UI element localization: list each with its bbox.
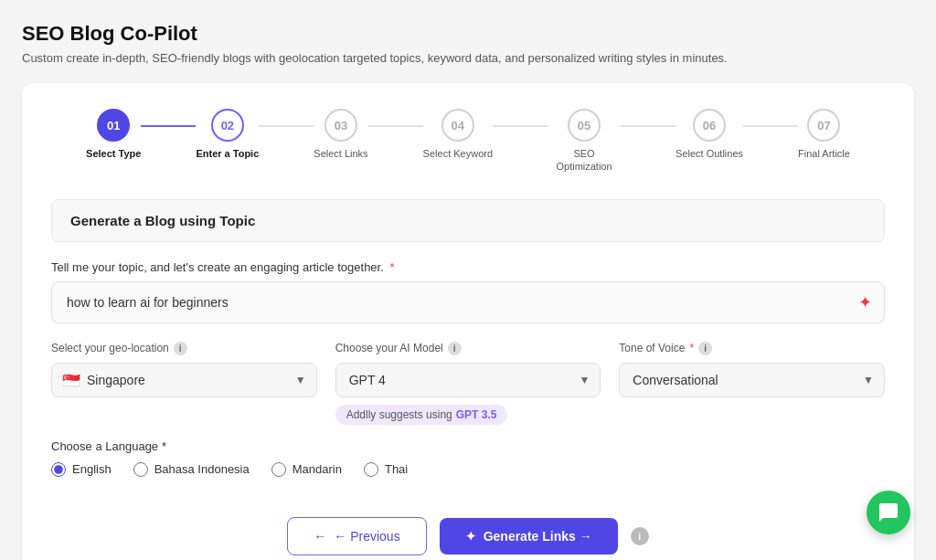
ai-model-info-icon[interactable]: i: [448, 342, 462, 355]
connector-03-04: [368, 125, 423, 127]
page-wrapper: SEO Blog Co-Pilot Custom create in-depth…: [0, 0, 936, 560]
step-label-03: Select Links: [314, 147, 367, 160]
radio-label-english: English: [72, 462, 112, 476]
topic-field-label: Tell me your topic, and let's create an …: [51, 260, 885, 274]
connector-05-06: [621, 125, 675, 127]
step-item-07[interactable]: 07 Final Article: [798, 109, 850, 160]
ai-model-label: Choose your AI Model i: [335, 342, 601, 355]
ai-model-select[interactable]: GPT 4 GPT 3.5 GPT 4 Turbo: [335, 363, 601, 397]
geo-location-col: Select your geo-location i 🇸🇬 Singapore …: [51, 342, 317, 425]
step-circle-01: 01: [97, 109, 130, 142]
radio-input-english[interactable]: [51, 462, 66, 477]
step-label-07: Final Article: [798, 147, 850, 160]
radio-label-thai: Thai: [385, 462, 408, 476]
radio-thai[interactable]: Thai: [364, 462, 408, 477]
step-label-02: Enter a Topic: [196, 147, 259, 160]
tone-of-voice-select[interactable]: Conversational Professional Casual Forma…: [619, 363, 885, 397]
step-circle-06: 06: [693, 109, 726, 142]
geo-location-info-icon[interactable]: i: [174, 342, 187, 355]
tone-of-voice-select-wrapper: Conversational Professional Casual Forma…: [619, 363, 885, 397]
radio-bahasa[interactable]: Bahasa Indonesia: [133, 462, 250, 477]
tone-of-voice-label: Tone of Voice * i: [619, 342, 885, 355]
step-item-02[interactable]: 02 Enter a Topic: [196, 109, 259, 160]
connector-02-03: [259, 125, 314, 127]
chat-bubble[interactable]: [867, 491, 910, 534]
generate-label: Generate Links →: [484, 529, 592, 544]
language-label: Choose a Language *: [51, 439, 885, 453]
step-circle-02: 02: [211, 109, 244, 142]
section-header: Generate a Blog using Topic: [51, 199, 885, 242]
ai-suggest-badge: Addlly suggests using GPT 3.5: [335, 405, 508, 425]
radio-label-mandarin: Mandarin: [292, 462, 342, 476]
sparkle-icon[interactable]: ✦: [858, 292, 872, 312]
step-circle-05: 05: [568, 109, 601, 142]
ai-model-col: Choose your AI Model i GPT 4 GPT 3.5 GPT…: [335, 342, 601, 425]
step-circle-07: 07: [807, 109, 840, 142]
geo-location-select-wrapper: 🇸🇬 Singapore Malaysia Indonesia Thailand…: [51, 363, 317, 397]
language-section: Choose a Language * English Bahasa Indon…: [51, 439, 885, 477]
step-label-04: Select Keyword: [423, 147, 493, 160]
generate-info-icon[interactable]: i: [631, 527, 649, 545]
geo-location-label: Select your geo-location i: [51, 342, 317, 355]
connector-04-05: [493, 125, 548, 127]
radio-label-bahasa: Bahasa Indonesia: [154, 462, 250, 476]
options-row: Select your geo-location i 🇸🇬 Singapore …: [51, 342, 885, 425]
step-item-01[interactable]: 01 Select Type: [86, 109, 141, 160]
generate-sparkle-icon: ✦: [465, 529, 476, 544]
step-item-05[interactable]: 05 SEO Optimization: [548, 109, 621, 174]
previous-arrow-icon: ←: [314, 529, 326, 544]
radio-english[interactable]: English: [51, 462, 112, 477]
step-circle-03: 03: [324, 109, 357, 142]
page-title: SEO Blog Co-Pilot: [22, 22, 914, 46]
radio-mandarin[interactable]: Mandarin: [271, 462, 342, 477]
footer-row: ← ← Previous ✦ Generate Links → i: [51, 502, 885, 560]
tone-of-voice-info-icon[interactable]: i: [698, 342, 712, 355]
main-card: 01 Select Type 02 Enter a Topic 03 Selec…: [22, 83, 914, 560]
radio-group: English Bahasa Indonesia Mandarin Thai: [51, 462, 885, 477]
step-circle-04: 04: [441, 109, 474, 142]
step-item-06[interactable]: 06 Select Outlines: [675, 109, 743, 160]
radio-input-mandarin[interactable]: [271, 462, 286, 477]
geo-location-select[interactable]: Singapore Malaysia Indonesia Thailand Ph…: [51, 363, 317, 397]
radio-input-thai[interactable]: [364, 462, 378, 477]
previous-label: ← Previous: [334, 529, 399, 544]
step-label-01: Select Type: [86, 147, 141, 160]
stepper: 01 Select Type 02 Enter a Topic 03 Selec…: [51, 109, 885, 174]
step-item-04[interactable]: 04 Select Keyword: [423, 109, 493, 160]
topic-input[interactable]: [51, 281, 885, 323]
page-header: SEO Blog Co-Pilot Custom create in-depth…: [22, 22, 914, 65]
connector-01-02: [141, 125, 196, 127]
step-item-03[interactable]: 03 Select Links: [314, 109, 367, 160]
page-subtitle: Custom create in-depth, SEO-friendly blo…: [22, 51, 914, 65]
ai-model-select-wrapper: GPT 4 GPT 3.5 GPT 4 Turbo ▼: [335, 363, 601, 397]
topic-input-wrapper: ✦: [51, 281, 885, 323]
step-label-05: SEO Optimization: [548, 147, 621, 174]
step-label-06: Select Outlines: [675, 147, 743, 160]
previous-button[interactable]: ← ← Previous: [287, 517, 426, 555]
connector-06-07: [743, 125, 798, 127]
generate-links-button[interactable]: ✦ Generate Links →: [440, 518, 618, 555]
radio-input-bahasa[interactable]: [133, 462, 148, 477]
chat-bubble-icon: [878, 502, 899, 523]
tone-of-voice-col: Tone of Voice * i Conversational Profess…: [619, 342, 885, 425]
